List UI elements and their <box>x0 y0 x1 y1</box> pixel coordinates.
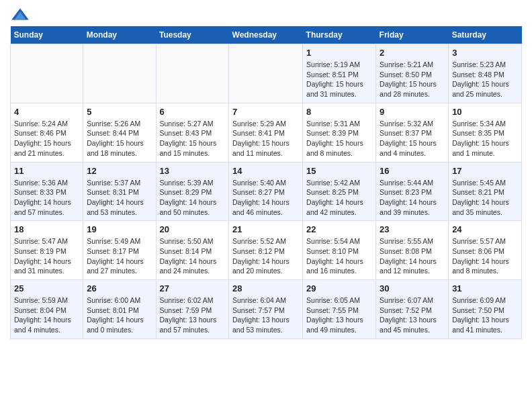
calendar-cell <box>11 44 83 103</box>
day-info: Sunrise: 5:52 AMSunset: 8:12 PMDaylight:… <box>232 236 299 276</box>
day-info: Sunrise: 6:04 AMSunset: 7:57 PMDaylight:… <box>232 295 299 335</box>
header-tuesday: Tuesday <box>156 26 229 44</box>
calendar-cell: 23Sunrise: 5:55 AMSunset: 8:08 PMDayligh… <box>376 221 449 280</box>
calendar-cell <box>156 44 229 103</box>
logo-icon <box>10 7 30 21</box>
day-info: Sunrise: 5:42 AMSunset: 8:25 PMDaylight:… <box>306 178 372 218</box>
calendar-cell: 22Sunrise: 5:54 AMSunset: 8:10 PMDayligh… <box>303 221 376 280</box>
day-number: 17 <box>452 166 518 176</box>
header-sunday: Sunday <box>11 26 83 44</box>
day-number: 21 <box>232 224 299 234</box>
day-number: 25 <box>14 283 79 293</box>
day-info: Sunrise: 6:09 AMSunset: 7:50 PMDaylight:… <box>452 295 518 335</box>
day-number: 28 <box>232 283 299 293</box>
day-number: 26 <box>87 283 152 293</box>
header-friday: Friday <box>376 26 449 44</box>
day-number: 10 <box>452 107 518 117</box>
calendar-cell: 6Sunrise: 5:27 AMSunset: 8:43 PMDaylight… <box>156 103 229 162</box>
calendar-cell: 30Sunrise: 6:07 AMSunset: 7:52 PMDayligh… <box>376 280 449 339</box>
calendar-cell: 26Sunrise: 6:00 AMSunset: 8:01 PMDayligh… <box>83 280 156 339</box>
day-number: 30 <box>380 283 445 293</box>
day-info: Sunrise: 5:32 AMSunset: 8:37 PMDaylight:… <box>380 119 445 158</box>
page-header <box>10 7 522 21</box>
day-number: 24 <box>452 224 518 234</box>
day-info: Sunrise: 6:05 AMSunset: 7:55 PMDaylight:… <box>306 295 372 335</box>
day-info: Sunrise: 5:40 AMSunset: 8:27 PMDaylight:… <box>232 178 299 218</box>
day-info: Sunrise: 5:49 AMSunset: 8:17 PMDaylight:… <box>87 236 152 276</box>
day-info: Sunrise: 5:21 AMSunset: 8:50 PMDaylight:… <box>380 60 445 99</box>
day-info: Sunrise: 5:47 AMSunset: 8:19 PMDaylight:… <box>14 236 79 276</box>
calendar-cell: 2Sunrise: 5:21 AMSunset: 8:50 PMDaylight… <box>376 44 449 103</box>
day-info: Sunrise: 6:02 AMSunset: 7:59 PMDaylight:… <box>160 295 226 335</box>
day-info: Sunrise: 5:36 AMSunset: 8:33 PMDaylight:… <box>14 178 79 218</box>
calendar-cell <box>229 44 303 103</box>
day-number: 1 <box>306 48 372 58</box>
day-number: 15 <box>306 166 372 176</box>
day-number: 19 <box>87 224 152 234</box>
calendar-cell: 8Sunrise: 5:31 AMSunset: 8:39 PMDaylight… <box>303 103 376 162</box>
calendar-cell: 20Sunrise: 5:50 AMSunset: 8:14 PMDayligh… <box>156 221 229 280</box>
day-number: 14 <box>232 166 299 176</box>
day-number: 20 <box>160 224 226 234</box>
day-info: Sunrise: 5:59 AMSunset: 8:04 PMDaylight:… <box>14 295 79 335</box>
day-number: 29 <box>306 283 372 293</box>
week-row-5: 25Sunrise: 5:59 AMSunset: 8:04 PMDayligh… <box>11 280 522 339</box>
day-info: Sunrise: 5:54 AMSunset: 8:10 PMDaylight:… <box>306 236 372 276</box>
calendar-cell: 28Sunrise: 6:04 AMSunset: 7:57 PMDayligh… <box>229 280 303 339</box>
calendar-cell: 25Sunrise: 5:59 AMSunset: 8:04 PMDayligh… <box>11 280 83 339</box>
day-info: Sunrise: 5:39 AMSunset: 8:29 PMDaylight:… <box>160 178 226 218</box>
day-info: Sunrise: 5:27 AMSunset: 8:43 PMDaylight:… <box>160 119 226 158</box>
calendar-cell: 9Sunrise: 5:32 AMSunset: 8:37 PMDaylight… <box>376 103 449 162</box>
header-saturday: Saturday <box>449 26 522 44</box>
day-number: 3 <box>452 48 518 58</box>
day-number: 22 <box>306 224 372 234</box>
day-info: Sunrise: 5:26 AMSunset: 8:44 PMDaylight:… <box>87 119 152 158</box>
day-number: 8 <box>306 107 372 117</box>
calendar-header: Sunday Monday Tuesday Wednesday Thursday… <box>11 26 522 44</box>
day-number: 9 <box>380 107 445 117</box>
day-number: 5 <box>87 107 152 117</box>
calendar-cell: 3Sunrise: 5:23 AMSunset: 8:48 PMDaylight… <box>449 44 522 103</box>
calendar-cell: 21Sunrise: 5:52 AMSunset: 8:12 PMDayligh… <box>229 221 303 280</box>
logo <box>10 7 33 21</box>
calendar-table: Sunday Monday Tuesday Wednesday Thursday… <box>10 26 522 339</box>
calendar-cell <box>83 44 156 103</box>
day-number: 23 <box>380 224 445 234</box>
calendar-cell: 18Sunrise: 5:47 AMSunset: 8:19 PMDayligh… <box>11 221 83 280</box>
day-number: 13 <box>160 166 226 176</box>
week-row-3: 11Sunrise: 5:36 AMSunset: 8:33 PMDayligh… <box>11 162 522 221</box>
day-info: Sunrise: 5:57 AMSunset: 8:06 PMDaylight:… <box>452 236 518 276</box>
calendar-cell: 24Sunrise: 5:57 AMSunset: 8:06 PMDayligh… <box>449 221 522 280</box>
day-number: 4 <box>14 107 79 117</box>
calendar-cell: 7Sunrise: 5:29 AMSunset: 8:41 PMDaylight… <box>229 103 303 162</box>
day-number: 12 <box>87 166 152 176</box>
week-row-4: 18Sunrise: 5:47 AMSunset: 8:19 PMDayligh… <box>11 221 522 280</box>
day-info: Sunrise: 5:29 AMSunset: 8:41 PMDaylight:… <box>232 119 299 158</box>
header-monday: Monday <box>83 26 156 44</box>
day-info: Sunrise: 5:24 AMSunset: 8:46 PMDaylight:… <box>14 119 79 158</box>
calendar-cell: 29Sunrise: 6:05 AMSunset: 7:55 PMDayligh… <box>303 280 376 339</box>
calendar-cell: 1Sunrise: 5:19 AMSunset: 8:51 PMDaylight… <box>303 44 376 103</box>
calendar-cell: 14Sunrise: 5:40 AMSunset: 8:27 PMDayligh… <box>229 162 303 221</box>
day-number: 18 <box>14 224 79 234</box>
day-number: 31 <box>452 283 518 293</box>
week-row-2: 4Sunrise: 5:24 AMSunset: 8:46 PMDaylight… <box>11 103 522 162</box>
day-info: Sunrise: 5:37 AMSunset: 8:31 PMDaylight:… <box>87 178 152 218</box>
calendar-cell: 10Sunrise: 5:34 AMSunset: 8:35 PMDayligh… <box>449 103 522 162</box>
calendar-cell: 27Sunrise: 6:02 AMSunset: 7:59 PMDayligh… <box>156 280 229 339</box>
calendar-cell: 4Sunrise: 5:24 AMSunset: 8:46 PMDaylight… <box>11 103 83 162</box>
header-wednesday: Wednesday <box>229 26 303 44</box>
day-info: Sunrise: 5:44 AMSunset: 8:23 PMDaylight:… <box>380 178 445 218</box>
day-info: Sunrise: 5:45 AMSunset: 8:21 PMDaylight:… <box>452 178 518 218</box>
calendar-cell: 31Sunrise: 6:09 AMSunset: 7:50 PMDayligh… <box>449 280 522 339</box>
header-thursday: Thursday <box>303 26 376 44</box>
day-number: 2 <box>380 48 445 58</box>
day-number: 16 <box>380 166 445 176</box>
day-number: 7 <box>232 107 299 117</box>
calendar-cell: 19Sunrise: 5:49 AMSunset: 8:17 PMDayligh… <box>83 221 156 280</box>
day-info: Sunrise: 5:23 AMSunset: 8:48 PMDaylight:… <box>452 60 518 99</box>
calendar-cell: 16Sunrise: 5:44 AMSunset: 8:23 PMDayligh… <box>376 162 449 221</box>
calendar-cell: 5Sunrise: 5:26 AMSunset: 8:44 PMDaylight… <box>83 103 156 162</box>
calendar-body: 1Sunrise: 5:19 AMSunset: 8:51 PMDaylight… <box>11 44 522 339</box>
day-number: 6 <box>160 107 226 117</box>
